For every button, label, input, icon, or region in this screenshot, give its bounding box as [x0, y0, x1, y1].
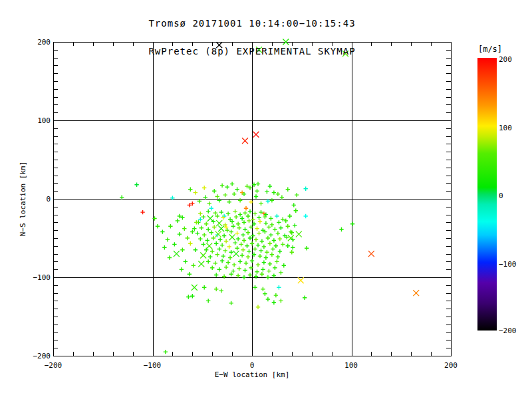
colorbar-tick-label: −100 — [499, 261, 517, 268]
x-tick-label: 100 — [331, 362, 371, 369]
plot-title-line2: RwPretec (8p) EXPERIMENTAL SKYMAP — [0, 47, 504, 56]
y-tick-label: −100 — [23, 274, 51, 281]
y-axis-title: N−S location [km] — [19, 162, 27, 237]
colorbar-tick-label: 100 — [499, 124, 512, 132]
colorbar-tick-label: 200 — [499, 56, 512, 63]
x-tick-label: 0 — [232, 362, 272, 369]
skymap-window: Tromsø 20171001 10:14:00−10:15:43 RwPret… — [0, 0, 532, 399]
colorbar-tick-label: 0 — [499, 192, 503, 200]
y-tick-label: 200 — [23, 39, 51, 46]
plot-title-line1: Tromsø 20171001 10:14:00−10:15:43 — [0, 19, 504, 28]
colorbar-tick-label: −200 — [499, 327, 517, 334]
x-tick-label: −200 — [33, 362, 73, 369]
y-tick-label: 100 — [23, 117, 51, 124]
x-axis-title: E−W location [km] — [0, 370, 504, 379]
y-tick-label: −200 — [23, 352, 51, 360]
x-tick-label: 200 — [431, 362, 471, 369]
colorbar-title: [m/s] — [469, 45, 511, 54]
plot-title: Tromsø 20171001 10:14:00−10:15:43 RwPret… — [0, 0, 504, 74]
x-tick-label: −100 — [132, 362, 172, 369]
